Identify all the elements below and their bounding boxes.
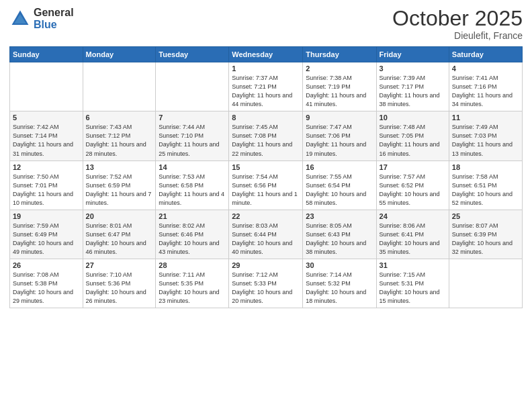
day-number: 18	[452, 163, 519, 171]
day-number: 30	[306, 261, 373, 269]
day-info: Sunrise: 7:12 AM Sunset: 5:33 PM Dayligh…	[232, 271, 300, 306]
day-info: Sunrise: 7:39 AM Sunset: 7:17 PM Dayligh…	[380, 74, 446, 109]
table-row	[156, 62, 229, 111]
day-number: 11	[452, 113, 519, 122]
day-number: 1	[232, 64, 300, 73]
col-wednesday: Wednesday	[229, 47, 303, 62]
table-row: 20Sunrise: 8:01 AM Sunset: 6:47 PM Dayli…	[83, 210, 156, 259]
table-row: 1Sunrise: 7:37 AM Sunset: 7:21 PM Daylig…	[229, 62, 303, 111]
table-row: 13Sunrise: 7:52 AM Sunset: 6:59 PM Dayli…	[83, 161, 156, 210]
day-number: 29	[232, 261, 300, 269]
month-title: October 2025	[392, 7, 523, 30]
page: General Blue October 2025 Dieulefit, Fra…	[0, 0, 532, 411]
day-number: 21	[159, 212, 226, 220]
day-number: 28	[159, 261, 226, 269]
day-number: 6	[86, 113, 153, 122]
day-info: Sunrise: 7:37 AM Sunset: 7:21 PM Dayligh…	[232, 74, 300, 109]
day-info: Sunrise: 8:05 AM Sunset: 6:43 PM Dayligh…	[306, 222, 373, 257]
day-info: Sunrise: 7:50 AM Sunset: 7:01 PM Dayligh…	[13, 173, 80, 208]
day-number: 9	[306, 113, 373, 122]
table-row: 27Sunrise: 7:10 AM Sunset: 5:36 PM Dayli…	[83, 259, 156, 308]
day-info: Sunrise: 7:45 AM Sunset: 7:08 PM Dayligh…	[232, 123, 300, 158]
table-row: 28Sunrise: 7:11 AM Sunset: 5:35 PM Dayli…	[156, 259, 229, 308]
day-info: Sunrise: 7:11 AM Sunset: 5:35 PM Dayligh…	[159, 271, 226, 306]
logo-blue-text: Blue	[34, 19, 74, 31]
day-info: Sunrise: 7:44 AM Sunset: 7:10 PM Dayligh…	[159, 123, 226, 158]
day-info: Sunrise: 7:38 AM Sunset: 7:19 PM Dayligh…	[306, 74, 373, 109]
day-info: Sunrise: 7:58 AM Sunset: 6:51 PM Dayligh…	[452, 173, 519, 208]
day-info: Sunrise: 8:02 AM Sunset: 6:46 PM Dayligh…	[159, 222, 226, 257]
table-row: 19Sunrise: 7:59 AM Sunset: 6:49 PM Dayli…	[10, 210, 83, 259]
table-row: 24Sunrise: 8:06 AM Sunset: 6:41 PM Dayli…	[376, 210, 449, 259]
table-row	[83, 62, 156, 111]
day-number: 2	[306, 64, 373, 73]
day-info: Sunrise: 8:01 AM Sunset: 6:47 PM Dayligh…	[86, 222, 153, 257]
day-info: Sunrise: 7:41 AM Sunset: 7:16 PM Dayligh…	[452, 74, 519, 109]
day-info: Sunrise: 7:49 AM Sunset: 7:03 PM Dayligh…	[452, 123, 519, 158]
table-row: 18Sunrise: 7:58 AM Sunset: 6:51 PM Dayli…	[449, 161, 522, 210]
day-info: Sunrise: 7:53 AM Sunset: 6:58 PM Dayligh…	[159, 173, 226, 208]
col-sunday: Sunday	[10, 47, 83, 62]
day-info: Sunrise: 7:08 AM Sunset: 5:38 PM Dayligh…	[13, 271, 80, 306]
table-row: 31Sunrise: 7:15 AM Sunset: 5:31 PM Dayli…	[376, 259, 449, 308]
day-info: Sunrise: 7:52 AM Sunset: 6:59 PM Dayligh…	[86, 173, 153, 208]
calendar-week-row: 12Sunrise: 7:50 AM Sunset: 7:01 PM Dayli…	[10, 161, 523, 210]
table-row: 9Sunrise: 7:47 AM Sunset: 7:06 PM Daylig…	[303, 111, 376, 161]
day-number: 14	[159, 163, 226, 171]
day-info: Sunrise: 8:07 AM Sunset: 6:39 PM Dayligh…	[452, 222, 519, 257]
day-number: 24	[380, 212, 446, 220]
table-row: 6Sunrise: 7:43 AM Sunset: 7:12 PM Daylig…	[83, 111, 156, 161]
calendar-week-row: 19Sunrise: 7:59 AM Sunset: 6:49 PM Dayli…	[10, 210, 523, 259]
day-info: Sunrise: 7:57 AM Sunset: 6:52 PM Dayligh…	[380, 173, 446, 208]
day-info: Sunrise: 7:47 AM Sunset: 7:06 PM Dayligh…	[306, 123, 373, 158]
day-number: 16	[306, 163, 373, 171]
day-info: Sunrise: 7:42 AM Sunset: 7:14 PM Dayligh…	[13, 123, 80, 158]
day-info: Sunrise: 8:03 AM Sunset: 6:44 PM Dayligh…	[232, 222, 300, 257]
table-row: 15Sunrise: 7:54 AM Sunset: 6:56 PM Dayli…	[229, 161, 303, 210]
day-info: Sunrise: 7:55 AM Sunset: 6:54 PM Dayligh…	[306, 173, 373, 208]
day-info: Sunrise: 7:10 AM Sunset: 5:36 PM Dayligh…	[86, 271, 153, 306]
day-number: 12	[13, 163, 80, 171]
table-row: 5Sunrise: 7:42 AM Sunset: 7:14 PM Daylig…	[10, 111, 83, 161]
day-info: Sunrise: 7:14 AM Sunset: 5:32 PM Dayligh…	[306, 271, 373, 306]
logo-icon	[9, 8, 31, 30]
table-row: 3Sunrise: 7:39 AM Sunset: 7:17 PM Daylig…	[376, 62, 449, 111]
day-number: 15	[232, 163, 300, 171]
day-number: 5	[13, 113, 80, 122]
day-number: 13	[86, 163, 153, 171]
col-saturday: Saturday	[449, 47, 522, 62]
day-info: Sunrise: 8:06 AM Sunset: 6:41 PM Dayligh…	[380, 222, 446, 257]
day-number: 7	[159, 113, 226, 122]
day-info: Sunrise: 7:48 AM Sunset: 7:05 PM Dayligh…	[380, 123, 446, 158]
table-row: 29Sunrise: 7:12 AM Sunset: 5:33 PM Dayli…	[229, 259, 303, 308]
calendar-table: Sunday Monday Tuesday Wednesday Thursday…	[9, 46, 523, 308]
day-number: 3	[380, 64, 446, 73]
day-info: Sunrise: 7:59 AM Sunset: 6:49 PM Dayligh…	[13, 222, 80, 257]
table-row: 10Sunrise: 7:48 AM Sunset: 7:05 PM Dayli…	[376, 111, 449, 161]
day-number: 31	[380, 261, 446, 269]
table-row: 17Sunrise: 7:57 AM Sunset: 6:52 PM Dayli…	[376, 161, 449, 210]
col-monday: Monday	[83, 47, 156, 62]
table-row	[449, 259, 522, 308]
day-number: 8	[232, 113, 300, 122]
location: Dieulefit, France	[392, 30, 523, 41]
table-row: 2Sunrise: 7:38 AM Sunset: 7:19 PM Daylig…	[303, 62, 376, 111]
day-info: Sunrise: 7:54 AM Sunset: 6:56 PM Dayligh…	[232, 173, 300, 208]
day-info: Sunrise: 7:15 AM Sunset: 5:31 PM Dayligh…	[380, 271, 446, 306]
logo-text: General Blue	[34, 7, 74, 30]
title-block: October 2025 Dieulefit, France	[392, 7, 523, 41]
table-row: 21Sunrise: 8:02 AM Sunset: 6:46 PM Dayli…	[156, 210, 229, 259]
calendar-week-row: 26Sunrise: 7:08 AM Sunset: 5:38 PM Dayli…	[10, 259, 523, 308]
day-number: 22	[232, 212, 300, 220]
day-number: 17	[380, 163, 446, 171]
table-row: 4Sunrise: 7:41 AM Sunset: 7:16 PM Daylig…	[449, 62, 522, 111]
calendar-week-row: 1Sunrise: 7:37 AM Sunset: 7:21 PM Daylig…	[10, 62, 523, 111]
table-row: 22Sunrise: 8:03 AM Sunset: 6:44 PM Dayli…	[229, 210, 303, 259]
day-info: Sunrise: 7:43 AM Sunset: 7:12 PM Dayligh…	[86, 123, 153, 158]
col-friday: Friday	[376, 47, 449, 62]
table-row: 25Sunrise: 8:07 AM Sunset: 6:39 PM Dayli…	[449, 210, 522, 259]
day-number: 27	[86, 261, 153, 269]
table-row: 23Sunrise: 8:05 AM Sunset: 6:43 PM Dayli…	[303, 210, 376, 259]
logo-general-text: General	[34, 7, 74, 19]
day-number: 10	[380, 113, 446, 122]
